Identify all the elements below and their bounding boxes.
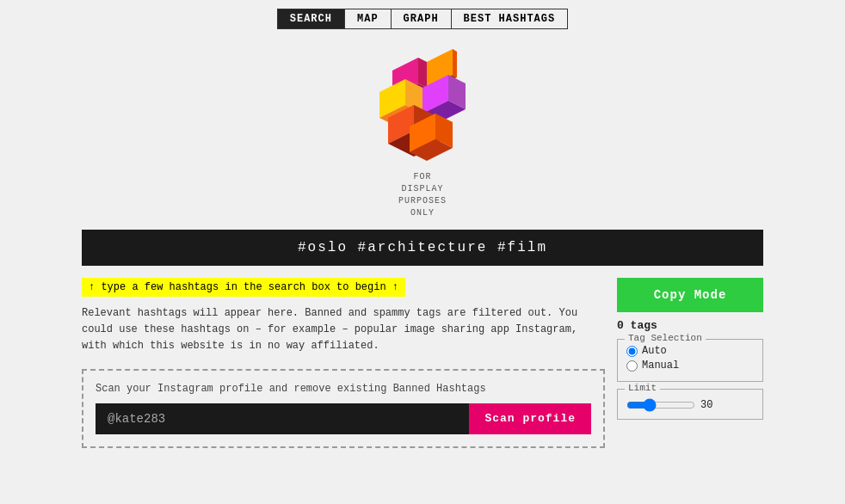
description-text: Relevant hashtags will appear here. Bann… xyxy=(82,305,605,355)
auto-radio[interactable] xyxy=(626,346,638,357)
limit-legend: Limit xyxy=(625,383,660,393)
manual-radio-row: Manual xyxy=(626,360,754,372)
manual-label: Manual xyxy=(642,360,679,372)
nav-bar: SEARCH MAP GRAPH BEST HASHTAGS xyxy=(0,0,845,36)
copy-mode-button[interactable]: Copy Mode xyxy=(617,278,763,312)
svg-marker-4 xyxy=(453,49,457,77)
manual-radio[interactable] xyxy=(626,360,638,372)
left-panel: ↑ type a few hashtags in the search box … xyxy=(82,278,605,448)
tag-selection-box: Tag Selection Auto Manual xyxy=(617,339,763,382)
logo-icon xyxy=(375,45,470,169)
logo-area: FOR DISPLAY PURPOSES ONLY xyxy=(0,45,845,219)
limit-value: 30 xyxy=(700,399,712,411)
limit-box: Limit 30 xyxy=(617,389,763,420)
search-display: #oslo #architecture #film xyxy=(82,230,763,266)
scan-profile-button[interactable]: Scan profile xyxy=(469,403,591,434)
profile-scan-box: Scan your Instagram profile and remove e… xyxy=(82,369,605,448)
logo-tagline: FOR DISPLAY PURPOSES ONLY xyxy=(398,171,447,219)
tag-selection-legend: Tag Selection xyxy=(625,333,706,343)
hint-bar: ↑ type a few hashtags in the search box … xyxy=(82,278,405,297)
main-content: ↑ type a few hashtags in the search box … xyxy=(82,278,763,448)
limit-row: 30 xyxy=(626,398,754,412)
nav-best-hashtags[interactable]: BEST HASHTAGS xyxy=(452,9,569,29)
auto-radio-row: Auto xyxy=(626,345,754,357)
right-panel: Copy Mode 0 tags Tag Selection Auto Manu… xyxy=(617,278,763,448)
nav-search[interactable]: SEARCH xyxy=(277,9,345,29)
nav-map[interactable]: MAP xyxy=(345,9,392,29)
profile-input[interactable] xyxy=(96,403,469,434)
limit-slider[interactable] xyxy=(626,398,695,412)
nav-graph[interactable]: GRAPH xyxy=(392,9,452,29)
tags-count: 0 tags xyxy=(617,319,763,332)
profile-scan-row: Scan profile xyxy=(96,403,591,434)
profile-scan-label: Scan your Instagram profile and remove e… xyxy=(96,383,591,395)
auto-label: Auto xyxy=(642,345,667,357)
